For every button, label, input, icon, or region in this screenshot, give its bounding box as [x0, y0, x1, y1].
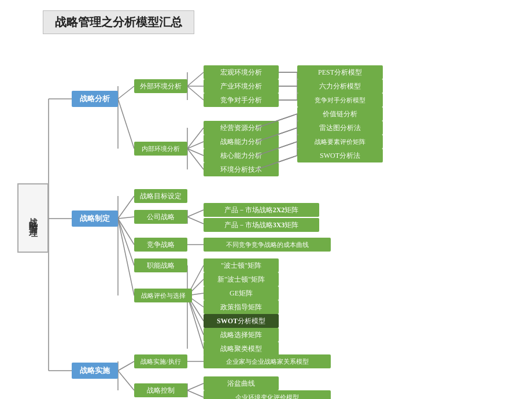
l3-boston2: 新"波士顿"矩阵 — [204, 272, 279, 286]
l2-strategy-control: 战略控制 — [134, 383, 187, 397]
l2-strategy-exec: 战略实施/执行 — [134, 354, 187, 368]
l4-competitor-model: 竞争对手分析模型 — [297, 93, 383, 107]
l3-capability-analysis: 战略能力分析 — [204, 135, 279, 149]
svg-line-27 — [118, 219, 134, 265]
l2-company-strategy: 公司战略 — [134, 210, 187, 224]
svg-line-15 — [187, 142, 204, 149]
svg-line-16 — [187, 149, 204, 156]
l4-six-force: 六力分析模型 — [297, 79, 383, 93]
l3-strategy-cluster: 战略聚类模型 — [204, 342, 279, 356]
l3-ge-matrix: GE矩阵 — [204, 286, 279, 300]
svg-line-4 — [118, 86, 134, 99]
svg-line-5 — [118, 99, 134, 149]
l3-competitor-analysis: 竞争对手分析 — [204, 93, 279, 107]
page: 战略管理之分析模型汇总 — [0, 0, 532, 399]
l4-swot-method: SWOT分析法 — [297, 149, 383, 162]
l4-radar-chart: 雷达图分析法 — [297, 121, 383, 135]
l2-external-env: 外部环境分析 — [134, 79, 187, 93]
l3-env-change-model: 企业环境变化评价模型 — [204, 390, 331, 399]
l2-internal-env: 内部环境分析 — [134, 142, 187, 156]
l3-bathtub-curve: 浴盆曲线 — [204, 376, 279, 390]
l3-industry-env: 产业环境分析 — [204, 79, 279, 93]
svg-line-40 — [187, 295, 204, 349]
svg-line-28 — [118, 219, 134, 295]
svg-line-17 — [187, 149, 204, 169]
l3-product-market-3x3: 产品－市场战略3X3矩阵 — [204, 218, 319, 232]
l4-strategic-factor: 战略要素评价矩阵 — [297, 135, 383, 149]
l3-entrepreneur-model: 企业家与企业战略家关系模型 — [204, 354, 331, 368]
l4-value-chain: 价值链分析 — [297, 107, 383, 121]
svg-line-31 — [187, 217, 204, 224]
svg-line-14 — [187, 128, 204, 149]
svg-line-46 — [187, 383, 204, 390]
svg-line-43 — [118, 371, 134, 390]
svg-line-26 — [118, 219, 134, 245]
l3-core-capability: 核心能力分析 — [204, 149, 279, 162]
l3-swot-model: SWOT分析模型 — [204, 314, 279, 328]
l2-functional-strategy: 职能战略 — [134, 258, 187, 272]
root-node: 战略管理 — [17, 183, 49, 253]
l1-strategic-analysis: 战略分析 — [72, 91, 118, 107]
svg-line-25 — [118, 217, 134, 219]
svg-line-9 — [187, 86, 204, 100]
l3-cost-curve: 不同竞争竞争战略的成本曲线 — [204, 238, 331, 252]
l3-resource-analysis: 经营资源分析 — [204, 121, 279, 135]
l2-goal-setting: 战略目标设定 — [134, 189, 187, 203]
svg-line-30 — [187, 210, 204, 217]
mind-map: 战略管理 战略分析 战略制定 战略实施 外部环境分析 内部环境分析 战略目标设定… — [8, 40, 517, 398]
l3-product-market-2x2: 产品－市场战略2X2矩阵 — [204, 203, 319, 217]
l3-boston1: "波士顿"矩阵 — [204, 258, 279, 272]
page-title: 战略管理之分析模型汇总 — [43, 10, 194, 34]
l2-strategy-evaluation: 战略评价与选择 — [134, 289, 192, 302]
svg-line-7 — [187, 72, 204, 86]
svg-line-47 — [187, 390, 204, 397]
l1-strategic-formulation: 战略制定 — [72, 210, 118, 227]
svg-line-24 — [118, 196, 134, 219]
svg-line-42 — [118, 361, 134, 371]
l1-strategic-implementation: 战略实施 — [72, 363, 118, 379]
l4-pest: PEST分析模型 — [297, 65, 383, 79]
l3-env-tech: 环境分析技术 — [204, 162, 279, 176]
l3-strategy-choice: 战略选择矩阵 — [204, 328, 279, 342]
l2-competitive-strategy: 竞争战略 — [134, 238, 187, 252]
l3-macro-env: 宏观环境分析 — [204, 65, 279, 79]
l3-policy-matrix: 政策指导矩阵 — [204, 300, 279, 314]
